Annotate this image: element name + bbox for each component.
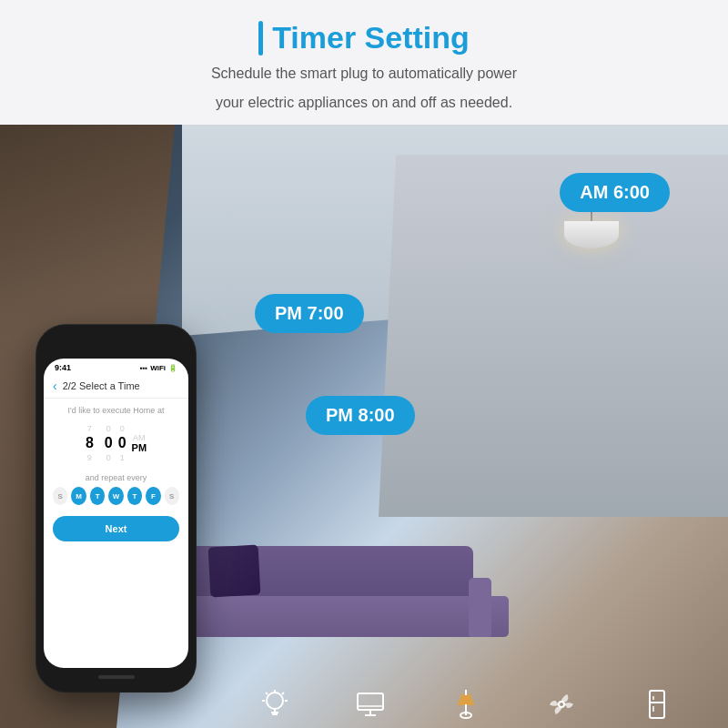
kitchen-area — [379, 155, 728, 517]
svg-point-17 — [559, 702, 564, 707]
phone-content: I'd like to execute Home at 7 8 9 0 — [44, 399, 188, 549]
next-button[interactable]: Next — [53, 516, 179, 541]
title-row: Timer Setting — [18, 20, 710, 56]
page-wrapper: Timer Setting Schedule the smart plug to… — [0, 0, 728, 728]
page-title: Timer Setting — [272, 20, 470, 56]
svg-marker-13 — [459, 695, 473, 704]
signal-icon: ▪▪▪ — [140, 364, 148, 372]
time-picker[interactable]: 7 8 9 0 0 0 0 — [53, 424, 179, 462]
hour-column: 7 8 9 — [86, 424, 94, 462]
day-mon[interactable]: M — [71, 487, 86, 505]
min2-below: 1 — [120, 453, 125, 462]
min1-below: 0 — [106, 453, 111, 462]
ampm-column: AM PM — [132, 433, 147, 453]
icon-fan — [545, 688, 578, 721]
lamp-shade — [564, 221, 619, 248]
day-sat[interactable]: S — [165, 487, 179, 505]
day-sun[interactable]: S — [53, 487, 67, 505]
wifi-icon: WiFi — [150, 364, 166, 372]
bulb-icon — [258, 688, 291, 721]
home-indicator — [98, 675, 135, 679]
icon-monitor — [354, 688, 387, 721]
repeat-label: and repeat every — [53, 473, 179, 482]
scene-area: AM 6:00 PM 7:00 PM 8:00 9:41 ▪▪▪ WiFi 🔋 — [0, 125, 728, 728]
day-thu[interactable]: T — [127, 487, 142, 505]
svg-line-5 — [266, 693, 268, 694]
nav-title: 2/2 Select a Time — [63, 380, 140, 391]
status-bar: 9:41 ▪▪▪ WiFi 🔋 — [44, 359, 188, 374]
header: Timer Setting Schedule the smart plug to… — [0, 0, 728, 125]
badge-am6: AM 6:00 — [560, 173, 670, 212]
monitor-icon — [354, 688, 387, 721]
min1-column: 0 0 0 — [105, 424, 113, 462]
icon-bulb — [258, 688, 291, 721]
phone-prompt: I'd like to execute Home at — [53, 406, 179, 415]
day-fri[interactable]: F — [146, 487, 160, 505]
fridge-icon — [641, 688, 673, 721]
icon-lamp — [450, 688, 482, 721]
fan-icon — [545, 688, 578, 721]
icon-fridge — [641, 688, 673, 721]
hour-above: 7 — [87, 424, 92, 433]
sofa-arm-right — [469, 578, 491, 637]
header-subtitle-line1: Schedule the smart plug to automatically… — [18, 63, 710, 85]
days-row: S M T W T F S — [53, 487, 179, 505]
phone-nav: ‹ 2/2 Select a Time — [44, 374, 188, 399]
phone-screen: 9:41 ▪▪▪ WiFi 🔋 ‹ 2/2 Select a Time — [44, 359, 188, 668]
hour-selected: 8 — [86, 435, 94, 451]
badge-pm8: PM 8:00 — [306, 396, 415, 435]
lamp-icon — [450, 688, 482, 721]
status-time: 9:41 — [55, 363, 71, 372]
day-wed[interactable]: W — [108, 487, 123, 505]
bottom-icons-bar — [218, 688, 713, 721]
min2-column: 0 0 1 — [118, 424, 126, 462]
day-tue[interactable]: T — [90, 487, 105, 505]
header-subtitle-line2: your electric appliances on and off as n… — [18, 92, 710, 114]
min1-above: 0 — [106, 424, 111, 433]
ampm-pm: PM — [132, 442, 147, 453]
back-button[interactable]: ‹ — [53, 379, 57, 393]
pillow-3 — [208, 545, 261, 598]
svg-rect-18 — [650, 691, 664, 718]
status-icons: ▪▪▪ WiFi 🔋 — [140, 364, 177, 372]
min1-selected: 0 — [105, 435, 113, 451]
phone-notch — [85, 336, 148, 354]
min2-above: 0 — [120, 424, 125, 433]
badge-pm7: PM 7:00 — [255, 294, 364, 333]
phone-outer: 9:41 ▪▪▪ WiFi 🔋 ‹ 2/2 Select a Time — [36, 325, 196, 692]
ampm-am: AM — [133, 433, 146, 442]
svg-point-0 — [267, 693, 283, 709]
phone-mockup: 9:41 ▪▪▪ WiFi 🔋 ‹ 2/2 Select a Time — [36, 325, 196, 692]
svg-rect-9 — [358, 693, 383, 710]
svg-line-6 — [282, 693, 284, 694]
battery-icon: 🔋 — [168, 364, 177, 372]
min2-selected: 0 — [118, 435, 126, 451]
hour-below: 9 — [87, 453, 92, 462]
title-accent-bar — [258, 21, 263, 56]
